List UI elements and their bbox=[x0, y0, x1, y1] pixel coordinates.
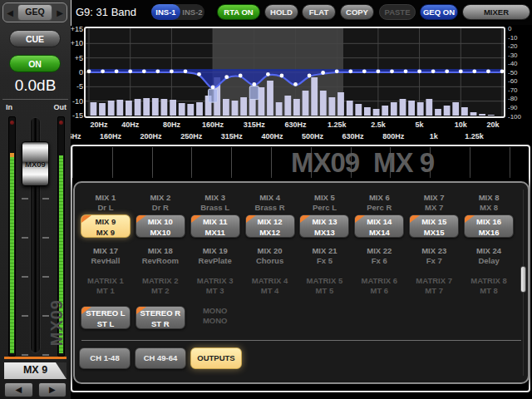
eq-band-dot[interactable] bbox=[348, 69, 352, 73]
eq-band-dot[interactable] bbox=[266, 72, 270, 76]
channel-label-mix-1[interactable]: MIX 1Dr L bbox=[78, 193, 133, 213]
eq-band-dot[interactable] bbox=[417, 69, 421, 73]
eq-band-dot[interactable] bbox=[321, 71, 325, 75]
eq-band-dot[interactable] bbox=[128, 69, 132, 73]
eq-band-dot[interactable] bbox=[101, 69, 105, 73]
geq-fader-slot[interactable] bbox=[113, 147, 153, 178]
channel-button-mix-14[interactable]: MIX 14MX14 bbox=[354, 214, 404, 238]
eq-band-dot[interactable] bbox=[500, 69, 505, 73]
eq-band-dot[interactable] bbox=[459, 69, 463, 73]
channel-label-mix-23[interactable]: MIX 23Fx 7 bbox=[406, 246, 461, 266]
channel-label-mix-17[interactable]: MIX 17RevHall bbox=[78, 246, 133, 266]
eq-band-dot[interactable] bbox=[184, 69, 188, 73]
tab-ch-49-64[interactable]: CH 49-64 bbox=[135, 347, 186, 369]
geq-fader-slot[interactable] bbox=[431, 147, 470, 178]
eq-band-dot[interactable] bbox=[377, 69, 381, 73]
geq-fader-slot[interactable] bbox=[192, 147, 232, 178]
prev-channel-button[interactable]: ◀ bbox=[4, 382, 33, 397]
fader-knob[interactable]: MX09 bbox=[22, 141, 49, 186]
channel-label-mix-21[interactable]: MIX 21Fx 5 bbox=[298, 246, 352, 266]
rta-bar bbox=[108, 101, 115, 116]
eq-band-dot[interactable] bbox=[404, 69, 408, 73]
mixer-button[interactable]: MIXER bbox=[462, 4, 530, 20]
paste-button[interactable]: PASTE bbox=[379, 4, 416, 20]
channel-label-mix-24[interactable]: MIX 24Delay bbox=[461, 246, 516, 266]
eq-band-dot[interactable] bbox=[431, 69, 436, 73]
flat-button[interactable]: FLAT bbox=[302, 4, 336, 20]
on-button[interactable]: ON bbox=[9, 55, 61, 72]
geq-fader-slot[interactable] bbox=[153, 147, 193, 178]
eq-band-dot[interactable] bbox=[239, 74, 243, 78]
eq-band-dot[interactable] bbox=[486, 69, 490, 73]
eq-band-dot[interactable] bbox=[472, 69, 476, 73]
eq-band-dot[interactable] bbox=[280, 74, 284, 78]
eq-band-dot[interactable] bbox=[115, 69, 119, 73]
channel-name-box[interactable]: MX 9 bbox=[4, 362, 66, 379]
channel-label-mono[interactable]: MONOMONO bbox=[188, 306, 243, 326]
channel-button-mix-13[interactable]: MIX 13MX13 bbox=[299, 214, 349, 238]
eq-band-dot[interactable] bbox=[155, 69, 160, 73]
band-freq-label: 630Hz bbox=[342, 132, 364, 140]
channel-label-matrix-4[interactable]: MATRIX 4MT 4 bbox=[243, 276, 298, 296]
rack-prev-icon[interactable]: ◀ bbox=[3, 8, 17, 17]
channel-label-mix-7[interactable]: MIX 7MX 7 bbox=[406, 193, 461, 213]
geq-fader-slot[interactable] bbox=[73, 147, 113, 178]
channel-button-mix-16[interactable]: MIX 16MX16 bbox=[464, 214, 514, 238]
eq-band-dot[interactable] bbox=[362, 69, 367, 73]
rack-label-button[interactable]: GEQ bbox=[17, 4, 52, 21]
channel-label-matrix-3[interactable]: MATRIX 3MT 3 bbox=[188, 276, 243, 296]
channel-button-mix-11[interactable]: MIX 11MX11 bbox=[190, 214, 240, 238]
channel-button-stereo-r[interactable]: STEREO RST R bbox=[135, 306, 185, 329]
channel-label-mix-22[interactable]: MIX 22Fx 6 bbox=[352, 246, 406, 266]
channel-label-mix-2[interactable]: MIX 2Dr R bbox=[133, 193, 188, 213]
channel-label-matrix-5[interactable]: MATRIX 5MT 5 bbox=[298, 276, 352, 296]
geq-fader-slot[interactable] bbox=[470, 147, 510, 178]
channel-label-matrix-6[interactable]: MATRIX 6MT 6 bbox=[352, 276, 406, 296]
rta-on-button[interactable]: RTA ON bbox=[217, 4, 260, 20]
channel-button-mix-10[interactable]: MIX 10MX10 bbox=[135, 214, 185, 238]
channel-button-mix-9[interactable]: MIX 9MX 9 bbox=[81, 214, 131, 238]
eq-band-dot[interactable] bbox=[445, 69, 449, 73]
eq-band-dot[interactable] bbox=[224, 75, 229, 79]
channel-label-mix-19[interactable]: MIX 19RevPlate bbox=[188, 246, 243, 266]
channel-label-mix-8[interactable]: MIX 8MX 8 bbox=[461, 193, 516, 213]
eq-band-dot[interactable] bbox=[390, 69, 394, 73]
channel-label-matrix-8[interactable]: MATRIX 8MT 8 bbox=[461, 276, 516, 296]
tab-outputs[interactable]: OUTPUTS bbox=[190, 347, 242, 369]
geq-fader-slot[interactable] bbox=[232, 147, 272, 178]
channel-label-mix-6[interactable]: MIX 6Perc R bbox=[352, 193, 406, 213]
eq-band-dot[interactable] bbox=[335, 69, 339, 73]
eq-band-handle[interactable] bbox=[249, 86, 259, 100]
channel-button-mix-12[interactable]: MIX 12MX12 bbox=[245, 214, 295, 238]
tab-ins-2[interactable]: INS-2 bbox=[180, 4, 204, 20]
channel-label-mix-3[interactable]: MIX 3Brass L bbox=[188, 193, 243, 213]
eq-band-dot[interactable] bbox=[252, 82, 256, 86]
eq-band-dot[interactable] bbox=[308, 74, 312, 78]
channel-button-stereo-l[interactable]: STEREO LST L bbox=[81, 306, 131, 329]
channel-label-mix-4[interactable]: MIX 4Brass R bbox=[243, 193, 298, 213]
geq-on-button[interactable]: GEQ ON bbox=[420, 4, 458, 20]
eq-band-handle[interactable] bbox=[209, 89, 218, 102]
channel-label-mix-20[interactable]: MIX 20Chorus bbox=[243, 246, 298, 266]
tab-ch-1-48[interactable]: CH 1-48 bbox=[79, 347, 131, 369]
copy-button[interactable]: COPY bbox=[340, 4, 374, 20]
eq-band-dot[interactable] bbox=[142, 69, 146, 73]
tab-ins-1[interactable]: INS-1 bbox=[151, 4, 180, 20]
next-channel-button[interactable]: ▶ bbox=[38, 382, 67, 397]
eq-band-dot[interactable] bbox=[170, 69, 174, 73]
rack-next-icon[interactable]: ▶ bbox=[53, 8, 66, 17]
panel-scrollbar-handle[interactable] bbox=[520, 266, 526, 293]
channel-label-mix-18[interactable]: MIX 18RevRoom bbox=[133, 246, 188, 266]
eq-band-dot[interactable] bbox=[197, 72, 201, 76]
cue-button[interactable]: CUE bbox=[9, 30, 61, 47]
eq-band-dot[interactable] bbox=[87, 69, 91, 73]
channel-label-matrix-1[interactable]: MATRIX 1MT 1 bbox=[78, 276, 133, 296]
channel-label-mix-5[interactable]: MIX 5Perc L bbox=[298, 193, 352, 213]
eq-band-dot[interactable] bbox=[211, 86, 215, 90]
hold-button[interactable]: HOLD bbox=[264, 4, 298, 20]
channel-label-matrix-2[interactable]: MATRIX 2MT 2 bbox=[133, 276, 188, 296]
geq-graph[interactable]: +15+10+50-5-10-150-10-20-30-40-50-60-70-… bbox=[71, 25, 532, 133]
eq-band-dot[interactable] bbox=[293, 82, 298, 86]
channel-button-mix-15[interactable]: MIX 15MX15 bbox=[409, 214, 459, 238]
channel-label-matrix-7[interactable]: MATRIX 7MT 7 bbox=[406, 276, 461, 296]
